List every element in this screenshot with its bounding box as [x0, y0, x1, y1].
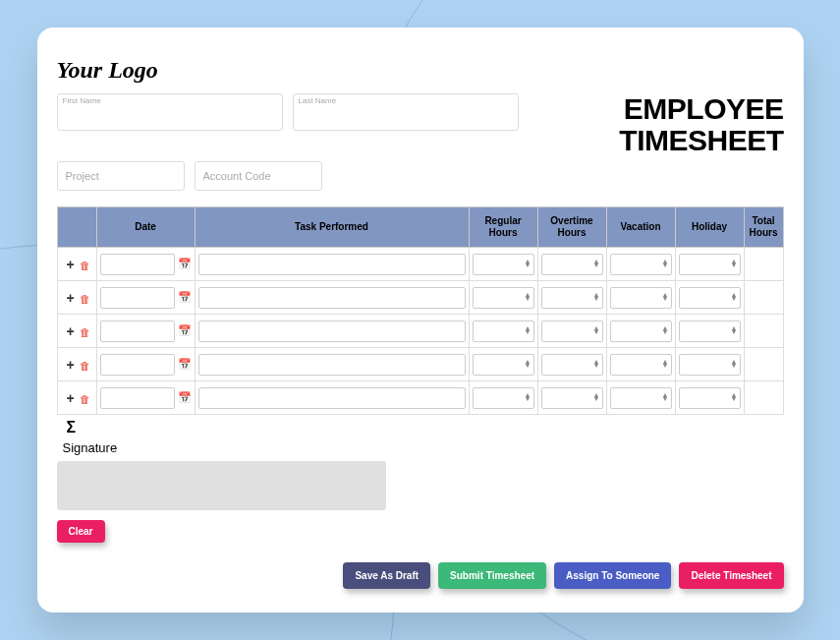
task-input[interactable] — [198, 354, 466, 376]
th-date: Date — [96, 207, 195, 248]
spinner-icon[interactable]: ▲▼ — [731, 293, 738, 303]
timesheet-table: Date Task Performed Regular Hours Overti… — [57, 206, 784, 415]
delete-row-button[interactable]: 🗑 — [80, 326, 90, 338]
total-hours-cell — [744, 381, 783, 415]
signature-pad[interactable] — [57, 461, 386, 510]
add-row-button[interactable]: + — [64, 358, 78, 372]
date-input[interactable] — [100, 354, 175, 376]
date-input[interactable] — [100, 387, 175, 409]
task-input[interactable] — [198, 387, 466, 409]
table-row: +🗑📅▲▼▲▼▲▼▲▼ — [57, 381, 783, 415]
task-input[interactable] — [198, 287, 466, 309]
spinner-icon[interactable]: ▲▼ — [593, 326, 600, 336]
date-input[interactable] — [100, 254, 175, 275]
table-row: +🗑📅▲▼▲▼▲▼▲▼ — [57, 315, 783, 348]
add-row-button[interactable]: + — [64, 291, 78, 305]
th-action — [57, 207, 96, 248]
spinner-icon[interactable]: ▲▼ — [662, 293, 669, 303]
delete-row-button[interactable]: 🗑 — [80, 293, 90, 305]
th-holiday: Holiday — [675, 207, 744, 248]
assign-button[interactable]: Assign To Someone — [554, 562, 671, 589]
spinner-icon[interactable]: ▲▼ — [662, 393, 669, 403]
spinner-icon[interactable]: ▲▼ — [731, 360, 738, 370]
delete-row-button[interactable]: 🗑 — [80, 360, 90, 372]
name-fields: First Name Last Name — [57, 93, 519, 131]
th-regular: Regular Hours — [469, 207, 537, 248]
footer-buttons: Save As Draft Submit Timesheet Assign To… — [57, 562, 784, 589]
th-overtime: Overtime Hours — [537, 207, 606, 248]
table-row: +🗑📅▲▼▲▼▲▼▲▼ — [57, 348, 783, 381]
total-hours-cell — [744, 248, 783, 281]
task-input[interactable] — [198, 320, 466, 342]
spinner-icon[interactable]: ▲▼ — [525, 293, 532, 303]
sub-fields — [57, 161, 784, 191]
th-total: Total Hours — [744, 207, 783, 248]
save-draft-button[interactable]: Save As Draft — [343, 562, 430, 589]
spinner-icon[interactable]: ▲▼ — [731, 393, 738, 403]
submit-button[interactable]: Submit Timesheet — [438, 562, 546, 589]
spinner-icon[interactable]: ▲▼ — [525, 360, 532, 370]
total-hours-cell — [744, 315, 783, 348]
date-input[interactable] — [100, 287, 175, 309]
calendar-icon[interactable]: 📅 — [178, 358, 192, 371]
last-name-label: Last Name — [299, 96, 337, 105]
account-code-input[interactable] — [195, 161, 322, 191]
spinner-icon[interactable]: ▲▼ — [593, 393, 600, 403]
timesheet-card: Your Logo First Name Last Name EMPLOYEE … — [37, 28, 804, 612]
page-title: EMPLOYEE TIMESHEET — [619, 93, 783, 155]
spinner-icon[interactable]: ▲▼ — [731, 260, 738, 269]
total-hours-cell — [744, 281, 783, 315]
spinner-icon[interactable]: ▲▼ — [662, 360, 669, 370]
spinner-icon[interactable]: ▲▼ — [525, 260, 532, 269]
delete-row-button[interactable]: 🗑 — [80, 260, 90, 271]
logo: Your Logo — [57, 57, 784, 84]
clear-signature-button[interactable]: Clear — [57, 520, 105, 543]
spinner-icon[interactable]: ▲▼ — [525, 326, 532, 336]
delete-button[interactable]: Delete Timesheet — [679, 562, 783, 589]
table-row: +🗑📅▲▼▲▼▲▼▲▼ — [57, 248, 783, 281]
table-row: +🗑📅▲▼▲▼▲▼▲▼ — [57, 281, 783, 315]
spinner-icon[interactable]: ▲▼ — [731, 326, 738, 336]
spinner-icon[interactable]: ▲▼ — [593, 260, 600, 269]
th-task: Task Performed — [195, 207, 469, 248]
th-vacation: Vacation — [606, 207, 675, 248]
signature-label: Signature — [63, 440, 784, 455]
delete-row-button[interactable]: 🗑 — [80, 393, 90, 405]
spinner-icon[interactable]: ▲▼ — [662, 326, 669, 336]
task-input[interactable] — [198, 254, 466, 275]
total-hours-cell — [744, 348, 783, 381]
sigma-icon: Σ — [67, 419, 77, 436]
calendar-icon[interactable]: 📅 — [178, 324, 192, 337]
add-row-button[interactable]: + — [64, 391, 78, 405]
date-input[interactable] — [100, 320, 175, 342]
add-row-button[interactable]: + — [64, 258, 78, 271]
add-row-button[interactable]: + — [64, 324, 78, 338]
spinner-icon[interactable]: ▲▼ — [525, 393, 532, 403]
project-input[interactable] — [57, 161, 185, 191]
first-name-label: First Name — [63, 96, 101, 105]
spinner-icon[interactable]: ▲▼ — [593, 293, 600, 303]
calendar-icon[interactable]: 📅 — [178, 391, 192, 404]
spinner-icon[interactable]: ▲▼ — [593, 360, 600, 370]
spinner-icon[interactable]: ▲▼ — [662, 260, 669, 269]
calendar-icon[interactable]: 📅 — [178, 291, 192, 304]
calendar-icon[interactable]: 📅 — [178, 258, 192, 270]
header-row: First Name Last Name EMPLOYEE TIMESHEET — [57, 93, 784, 155]
